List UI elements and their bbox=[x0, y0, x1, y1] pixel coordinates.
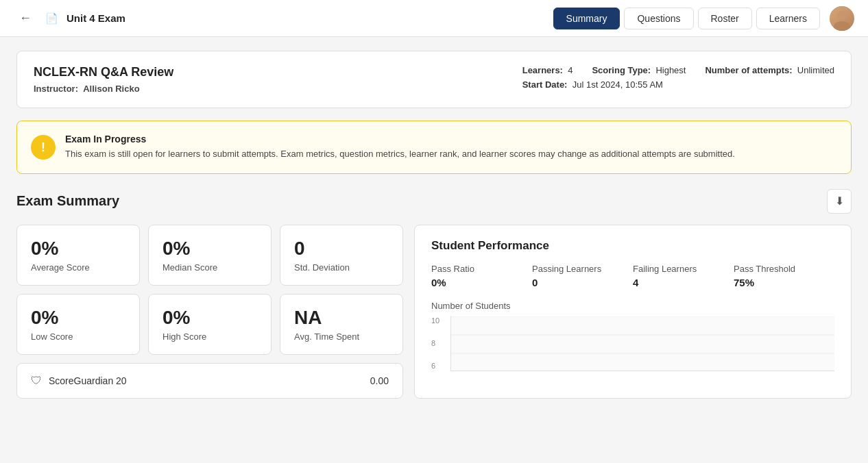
back-button[interactable]: ← bbox=[14, 8, 37, 28]
start-date-label: Start Date: bbox=[522, 79, 568, 90]
chart-y-axis: 10 8 6 bbox=[431, 316, 439, 371]
y-label-6: 6 bbox=[431, 362, 439, 370]
svg-point-1 bbox=[834, 21, 850, 31]
avatar[interactable] bbox=[830, 6, 854, 31]
chart-label: Number of Students bbox=[431, 301, 834, 311]
tab-bar: Summary Questions Roster Learners bbox=[553, 6, 854, 31]
failing-learners-label: Failing Learners bbox=[633, 264, 734, 274]
score-guardian-value: 0.00 bbox=[370, 375, 389, 386]
std-dev-value: 0 bbox=[294, 238, 389, 260]
failing-learners-value: 4 bbox=[633, 277, 734, 288]
attempts-label: Number of attempts: bbox=[705, 65, 792, 75]
performance-card: Student Performance Pass Ratio 0% Passin… bbox=[414, 225, 852, 399]
tab-roster[interactable]: Roster bbox=[698, 8, 752, 29]
stat-failing-learners: Failing Learners 4 bbox=[633, 264, 734, 288]
meta-grid: Learners: 4 Scoring Type: Highest Number… bbox=[522, 65, 834, 90]
metrics-layout: 0% Average Score 0% Median Score 0 Std. … bbox=[16, 225, 852, 399]
high-score-label: High Score bbox=[162, 331, 257, 342]
metric-card-avg-score: 0% Average Score bbox=[16, 225, 140, 286]
attempts-meta: Number of attempts: Unlimited bbox=[705, 65, 834, 75]
warning-text: Exam In Progress This exam is still open… bbox=[65, 134, 735, 161]
page-icon: 📄 bbox=[45, 12, 58, 25]
start-date-value: Jul 1st 2024, 10:55 AM bbox=[572, 79, 663, 90]
median-score-value: 0% bbox=[162, 238, 257, 260]
back-icon: ← bbox=[19, 11, 32, 25]
svg-point-0 bbox=[837, 11, 847, 21]
chart-svg bbox=[451, 316, 834, 371]
median-score-label: Median Score bbox=[162, 262, 257, 273]
high-score-value: 0% bbox=[162, 307, 257, 329]
low-score-value: 0% bbox=[31, 307, 125, 329]
y-label-8: 8 bbox=[431, 339, 439, 347]
stat-pass-ratio: Pass Ratio 0% bbox=[431, 264, 532, 288]
learners-meta: Learners: 4 bbox=[522, 65, 573, 75]
metric-card-median-score: 0% Median Score bbox=[148, 225, 272, 286]
y-label-10: 10 bbox=[431, 316, 439, 325]
passing-learners-label: Passing Learners bbox=[532, 264, 633, 274]
page-title: Unit 4 Exam bbox=[67, 12, 125, 24]
avg-time-value: NA bbox=[294, 307, 389, 329]
pass-threshold-value: 75% bbox=[734, 277, 834, 288]
metric-card-low-score: 0% Low Score bbox=[16, 294, 140, 355]
avg-score-value: 0% bbox=[31, 238, 125, 260]
header: ← 📄 Unit 4 Exam Summary Questions Roster… bbox=[0, 0, 868, 37]
stat-pass-threshold: Pass Threshold 75% bbox=[734, 264, 834, 288]
tab-learners[interactable]: Learners bbox=[756, 8, 820, 29]
learners-label: Learners: bbox=[522, 65, 563, 75]
std-dev-label: Std. Deviation bbox=[294, 262, 389, 273]
learners-value: 4 bbox=[568, 65, 572, 75]
instructor-label: Instructor: bbox=[34, 84, 78, 94]
scoring-label: Scoring Type: bbox=[592, 65, 651, 75]
instructor-name: Allison Ricko bbox=[83, 84, 139, 94]
metric-card-avg-time: NA Avg. Time Spent bbox=[280, 294, 403, 355]
exam-title: NCLEX-RN Q&A Review bbox=[34, 65, 173, 79]
scoring-meta: Scoring Type: Highest bbox=[592, 65, 686, 75]
info-left: NCLEX-RN Q&A Review Instructor: Allison … bbox=[34, 65, 173, 94]
warning-body: This exam is still open for learners to … bbox=[65, 147, 735, 161]
metric-card-std-dev: 0 Std. Deviation bbox=[280, 225, 403, 286]
warning-banner: ! Exam In Progress This exam is still op… bbox=[16, 121, 852, 174]
metrics-cards: 0% Average Score 0% Median Score 0 Std. … bbox=[16, 225, 403, 355]
pass-ratio-value: 0% bbox=[431, 277, 532, 288]
warning-icon: ! bbox=[31, 135, 56, 160]
score-guardian-card: 🛡 ScoreGuardian 20 0.00 bbox=[16, 363, 403, 399]
section-header: Exam Summary ⬇ bbox=[16, 189, 852, 214]
main-content: NCLEX-RN Q&A Review Instructor: Allison … bbox=[0, 37, 868, 412]
start-date-meta: Start Date: Jul 1st 2024, 10:55 AM bbox=[522, 79, 834, 90]
download-button[interactable]: ⬇ bbox=[827, 189, 852, 214]
pass-threshold-label: Pass Threshold bbox=[734, 264, 834, 274]
stat-passing-learners: Passing Learners 0 bbox=[532, 264, 633, 288]
score-guardian-label: ScoreGuardian 20 bbox=[49, 375, 127, 386]
score-guardian-icon: 🛡 bbox=[31, 375, 42, 387]
attempts-value: Unlimited bbox=[797, 65, 834, 75]
avg-time-label: Avg. Time Spent bbox=[294, 331, 389, 342]
chart-area: 10 8 6 bbox=[431, 316, 834, 371]
pass-ratio-label: Pass Ratio bbox=[431, 264, 532, 274]
metric-card-high-score: 0% High Score bbox=[148, 294, 272, 355]
low-score-label: Low Score bbox=[31, 331, 125, 342]
performance-stats: Pass Ratio 0% Passing Learners 0 Failing… bbox=[431, 264, 834, 288]
tab-summary[interactable]: Summary bbox=[553, 8, 620, 29]
tab-questions[interactable]: Questions bbox=[624, 8, 693, 29]
section-title: Exam Summary bbox=[16, 193, 119, 209]
performance-title: Student Performance bbox=[431, 239, 834, 253]
chart-bars bbox=[450, 316, 834, 371]
info-card: NCLEX-RN Q&A Review Instructor: Allison … bbox=[16, 51, 852, 108]
passing-learners-value: 0 bbox=[532, 277, 633, 288]
instructor-line: Instructor: Allison Ricko bbox=[34, 84, 173, 94]
warning-title: Exam In Progress bbox=[65, 134, 735, 145]
metrics-cards-wrapper: 0% Average Score 0% Median Score 0 Std. … bbox=[16, 225, 403, 399]
avg-score-label: Average Score bbox=[31, 262, 125, 273]
scoring-value: Highest bbox=[655, 65, 686, 75]
info-right: Learners: 4 Scoring Type: Highest Number… bbox=[522, 65, 834, 90]
download-icon: ⬇ bbox=[835, 195, 844, 208]
